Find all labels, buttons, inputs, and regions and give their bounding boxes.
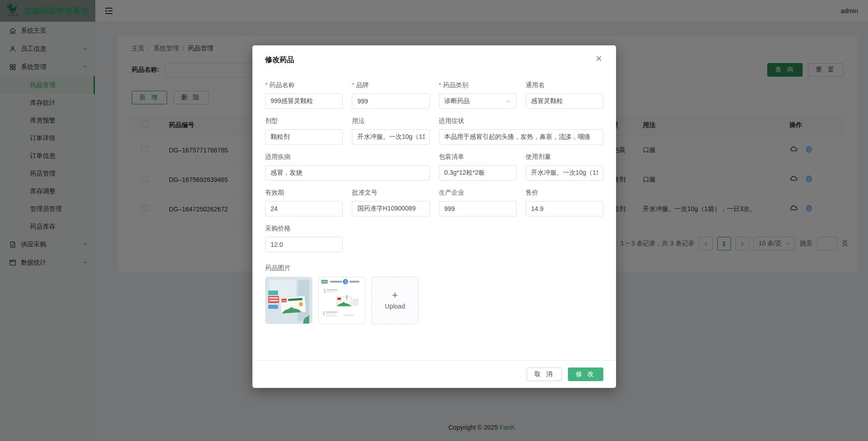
dosage-form-input[interactable] <box>265 129 343 145</box>
drug-images-label: 药品图片 <box>265 264 603 272</box>
field-label: 生产企业 <box>439 189 517 197</box>
modal-footer: 取 消 修 改 <box>252 360 616 388</box>
modal-title: 修改药品 <box>265 55 294 65</box>
field-label: 剂型 <box>265 117 343 125</box>
usage-input[interactable] <box>352 129 429 145</box>
edit-drug-modal: 修改药品 ✕ 药品名称 品牌 药品类别 诊断药品 <box>252 45 616 388</box>
category-select[interactable]: 诊断药品 <box>439 93 517 109</box>
purchase-price-input[interactable] <box>265 237 343 252</box>
field-dose: 使用剂量 <box>526 153 603 181</box>
sale-price-input[interactable] <box>526 201 603 216</box>
field-sale-price: 售价 <box>526 189 603 216</box>
field-label: 适用症状 <box>439 117 604 125</box>
field-label: 适用疾病 <box>265 153 430 161</box>
field-usage: 用法 <box>352 117 429 145</box>
field-package-list: 包装清单 <box>439 153 517 181</box>
field-label: 药品类别 <box>439 81 517 89</box>
field-label: 批准文号 <box>352 189 429 197</box>
field-label: 采购价格 <box>265 225 343 233</box>
field-label: 有效期 <box>265 189 343 197</box>
chevron-down-icon <box>506 98 511 104</box>
approval-number-input[interactable] <box>352 201 429 216</box>
drug-image-2[interactable]: 999 3 <box>318 277 365 324</box>
field-diseases: 适用疾病 <box>265 153 430 181</box>
field-label: 药品名称 <box>265 81 343 89</box>
category-select-value: 诊断药品 <box>444 97 506 105</box>
field-brand: 品牌 <box>352 81 429 109</box>
field-purchase-price: 采购价格 <box>265 225 343 252</box>
generic-name-input[interactable] <box>526 93 603 109</box>
diseases-input[interactable] <box>265 165 430 181</box>
app-root: admin 连锁药店管理系统 <box>0 0 868 441</box>
svg-text:999: 999 <box>282 299 287 303</box>
plus-icon: + <box>392 291 398 300</box>
validity-input[interactable] <box>265 201 343 216</box>
field-label: 通用名 <box>526 81 603 89</box>
brand-input[interactable] <box>352 93 429 109</box>
field-label: 用法 <box>352 117 429 125</box>
close-icon[interactable]: ✕ <box>595 55 603 64</box>
upload-button[interactable]: + Upload <box>371 277 419 324</box>
manufacturer-input[interactable] <box>439 201 517 216</box>
svg-text:3: 3 <box>344 280 346 284</box>
edit-drug-form: 药品名称 品牌 药品类别 诊断药品 通用名 <box>265 81 603 252</box>
field-validity: 有效期 <box>265 189 343 216</box>
upload-label: Upload <box>385 303 405 310</box>
field-label: 售价 <box>526 189 603 197</box>
field-symptoms: 适用症状 <box>439 117 604 145</box>
field-label: 使用剂量 <box>526 153 603 161</box>
field-category: 药品类别 诊断药品 <box>439 81 517 109</box>
package-list-input[interactable] <box>439 165 517 181</box>
confirm-edit-button[interactable]: 修 改 <box>568 368 603 381</box>
dose-input[interactable] <box>526 165 603 181</box>
field-generic-name: 通用名 <box>526 81 603 109</box>
drug-name-input[interactable] <box>265 93 343 109</box>
symptoms-input[interactable] <box>439 129 604 145</box>
field-dosage-form: 剂型 <box>265 117 343 145</box>
field-drug-name: 药品名称 <box>265 81 343 109</box>
drug-images: 999 999 3 <box>265 277 603 324</box>
field-manufacturer: 生产企业 <box>439 189 517 216</box>
field-label: 品牌 <box>352 81 429 89</box>
cancel-button[interactable]: 取 消 <box>527 368 562 381</box>
field-label: 包装清单 <box>439 153 517 161</box>
svg-text:999: 999 <box>322 280 327 283</box>
field-approval-number: 批准文号 <box>352 189 429 216</box>
drug-image-1[interactable]: 999 <box>265 277 312 324</box>
